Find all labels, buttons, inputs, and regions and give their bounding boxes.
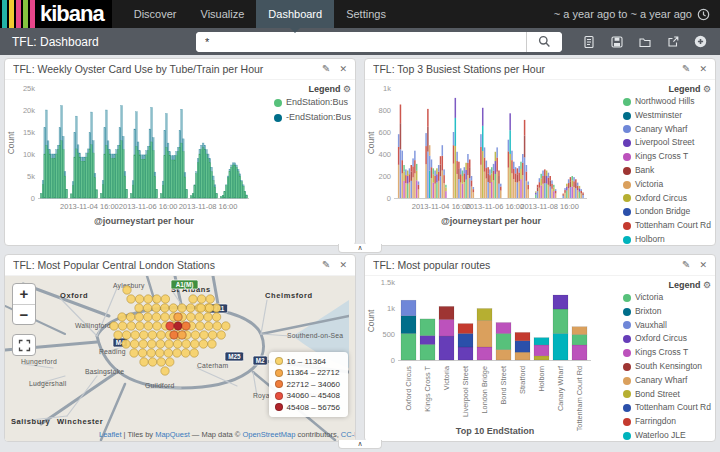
clock-icon bbox=[697, 8, 710, 21]
svg-text:Caterham: Caterham bbox=[197, 362, 229, 369]
legend-item[interactable]: Northwood Hills bbox=[623, 95, 711, 109]
legend-title: Legend ⚙ bbox=[623, 279, 711, 291]
legend-item[interactable]: EndStation:Bus bbox=[274, 95, 351, 110]
panel-london-map: TFL: Most Popular Central London Station… bbox=[4, 254, 356, 442]
nav-item-dashboard[interactable]: Dashboard bbox=[256, 0, 334, 28]
legend-item[interactable]: Westminster bbox=[623, 109, 711, 123]
svg-text:Wallingford: Wallingford bbox=[75, 322, 111, 330]
legend-color-dot bbox=[623, 432, 631, 440]
add-visualization-button[interactable] bbox=[686, 28, 714, 55]
legend-item[interactable]: Kings Cross T bbox=[623, 150, 711, 164]
share-icon bbox=[666, 35, 679, 48]
legend-color-dot bbox=[623, 308, 631, 316]
zoom-out-button[interactable]: − bbox=[13, 304, 35, 324]
svg-text:Top 10 EndStation: Top 10 EndStation bbox=[456, 426, 534, 436]
load-dashboard-button[interactable] bbox=[630, 28, 658, 55]
legend-item[interactable]: Bond Street bbox=[623, 388, 711, 402]
panel-content: OxfordAylesburySt AlbansChelmsfordSouthe… bbox=[5, 276, 355, 441]
panel-header: TFL: Top 3 Busiest Stations per Hour✎✕ bbox=[365, 59, 715, 80]
legend-item[interactable]: London Bridge bbox=[623, 205, 711, 219]
map-legend-label: 34060 – 45408 bbox=[287, 390, 340, 402]
collapse-row-1-button[interactable]: ∧ bbox=[338, 244, 382, 253]
legend-gear-icon[interactable]: ⚙ bbox=[343, 84, 351, 94]
legend-item[interactable]: Waterloo JLE bbox=[623, 429, 711, 441]
legend-color-dot bbox=[623, 321, 631, 329]
top-navbar: kibana DiscoverVisualizeDashboardSetting… bbox=[0, 0, 720, 28]
panel-header-icons: ✎✕ bbox=[322, 260, 347, 270]
legend-item[interactable]: -EndStation:Bus bbox=[274, 110, 351, 125]
legend-color-dot bbox=[623, 112, 631, 120]
legend-item[interactable]: Tottenham Court Rd bbox=[623, 401, 711, 415]
legend-item[interactable]: Victoria bbox=[623, 178, 711, 192]
legend-item[interactable]: South Kensington bbox=[623, 360, 711, 374]
nav-item-visualize[interactable]: Visualize bbox=[189, 0, 257, 28]
panel-content: 02004006008001kCount2013-11-04 16:002013… bbox=[365, 80, 715, 245]
map-zoom-control: +− bbox=[12, 283, 36, 325]
svg-text:Stratford: Stratford bbox=[518, 366, 527, 394]
legend-item-label: Farringdon bbox=[635, 415, 676, 429]
save-icon bbox=[610, 35, 623, 48]
share-dashboard-button[interactable] bbox=[658, 28, 686, 55]
map-legend-label: 22712 – 34060 bbox=[287, 379, 340, 391]
legend-item[interactable]: Holborn bbox=[623, 233, 711, 245]
kibana-logo[interactable]: kibana bbox=[0, 0, 112, 28]
legend-item-label: Vauxhall bbox=[635, 319, 667, 333]
legend-item[interactable]: Brixton bbox=[623, 305, 711, 319]
legend-color-dot bbox=[623, 153, 631, 161]
legend-gear-icon[interactable]: ⚙ bbox=[703, 84, 711, 94]
legend-item[interactable]: Bank bbox=[623, 164, 711, 178]
attribution-link[interactable]: OpenStreetMap bbox=[242, 430, 295, 439]
edit-pencil-icon[interactable]: ✎ bbox=[322, 260, 330, 270]
legend-item[interactable]: Victoria bbox=[623, 291, 711, 305]
legend-item[interactable]: Canary Wharf bbox=[623, 374, 711, 388]
legend-color-dot bbox=[275, 369, 283, 377]
legend-item-label: Bond Street bbox=[635, 388, 680, 402]
legend-item-label: Oxford Circus bbox=[635, 332, 687, 346]
close-icon[interactable]: ✕ bbox=[339, 260, 347, 270]
save-dashboard-button[interactable] bbox=[602, 28, 630, 55]
nav-item-settings[interactable]: Settings bbox=[334, 0, 398, 28]
attribution-link[interactable]: Leaflet bbox=[99, 430, 122, 439]
nav-item-discover[interactable]: Discover bbox=[122, 0, 189, 28]
legend-gear-icon[interactable]: ⚙ bbox=[703, 280, 711, 290]
search-button[interactable] bbox=[526, 32, 562, 52]
legend-item[interactable]: Kings Cross T bbox=[623, 346, 711, 360]
svg-text:Count: Count bbox=[366, 131, 376, 154]
chevron-up-icon: ∧ bbox=[357, 244, 362, 251]
edit-pencil-icon[interactable]: ✎ bbox=[682, 260, 690, 270]
brand-title: kibana bbox=[37, 0, 104, 28]
legend-item[interactable]: Oxford Circus bbox=[623, 332, 711, 346]
close-icon[interactable]: ✕ bbox=[339, 64, 347, 74]
legend-item[interactable]: Vauxhall bbox=[623, 319, 711, 333]
map-legend-item: 22712 – 34060 bbox=[275, 379, 340, 391]
map-legend-item: 11364 – 22712 bbox=[275, 367, 340, 379]
legend-item[interactable]: Oxford Circus bbox=[623, 192, 711, 206]
svg-text:20k: 20k bbox=[23, 106, 35, 115]
legend-color-dot bbox=[275, 392, 283, 400]
legend-item[interactable]: Tottenham Court Rd bbox=[623, 219, 711, 233]
zoom-in-button[interactable]: + bbox=[13, 284, 35, 304]
panel-content: 05k10k15k20k25kCount2013-11-04 16:002013… bbox=[5, 80, 355, 245]
legend-item[interactable]: Canary Wharf bbox=[623, 123, 711, 137]
collapse-row-2-button[interactable]: ∧ bbox=[338, 440, 382, 449]
edit-pencil-icon[interactable]: ✎ bbox=[322, 64, 330, 74]
query-bar bbox=[196, 32, 562, 52]
fit-bounds-button[interactable] bbox=[12, 334, 36, 356]
legend-item[interactable]: Farringdon bbox=[623, 415, 711, 429]
legend-color-dot bbox=[275, 403, 283, 411]
legend-item[interactable]: Liverpool Street bbox=[623, 136, 711, 150]
timepicker-button[interactable]: ~ a year ago to ~ a year ago bbox=[554, 0, 720, 28]
attribution-link[interactable]: MapQuest bbox=[155, 430, 190, 439]
london-tile-map[interactable]: OxfordAylesburySt AlbansChelmsfordSouthe… bbox=[5, 276, 355, 441]
close-icon[interactable]: ✕ bbox=[699, 64, 707, 74]
attribution-text: contributors, bbox=[295, 430, 340, 439]
svg-text:400: 400 bbox=[378, 150, 391, 159]
attribution-link[interactable]: CC-BY-SA bbox=[341, 430, 355, 439]
svg-text:Oxford: Oxford bbox=[60, 291, 88, 300]
close-icon[interactable]: ✕ bbox=[699, 260, 707, 270]
svg-text:@journeystart per hour: @journeystart per hour bbox=[94, 216, 194, 226]
query-input[interactable] bbox=[196, 32, 526, 52]
legend-color-dot bbox=[275, 357, 283, 365]
new-dashboard-button[interactable] bbox=[574, 28, 602, 55]
edit-pencil-icon[interactable]: ✎ bbox=[682, 64, 690, 74]
